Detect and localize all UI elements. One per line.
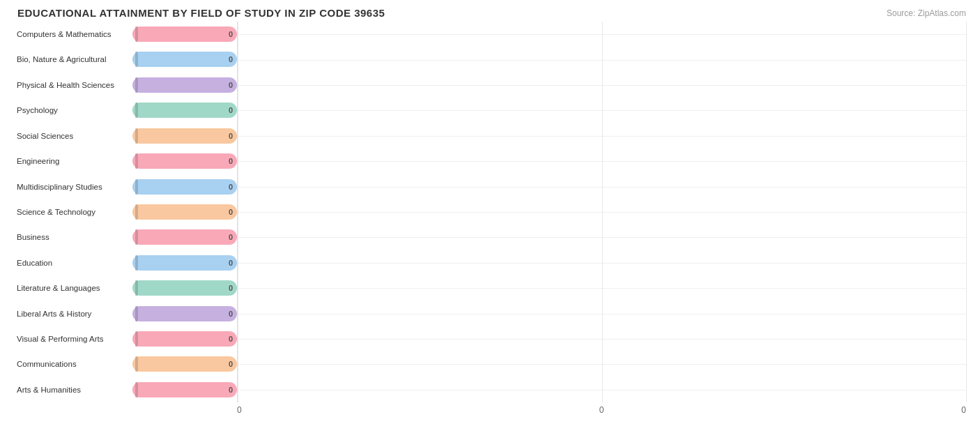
grid-section bbox=[237, 22, 966, 402]
bar-label: Multidisciplinary Studies bbox=[14, 183, 132, 191]
bar-fill bbox=[135, 128, 138, 144]
bar-value: 0 bbox=[229, 157, 233, 165]
bar-row: Engineering0 bbox=[14, 150, 237, 172]
bar-label: Arts & Humanities bbox=[14, 386, 132, 394]
bar-value: 0 bbox=[229, 233, 233, 241]
bar-value: 0 bbox=[229, 183, 233, 191]
bar-value: 0 bbox=[229, 386, 233, 394]
grid-line-left bbox=[238, 22, 238, 402]
bar-row: Computers & Mathematics0 bbox=[14, 23, 237, 45]
bar-fill bbox=[135, 306, 138, 321]
x-label-1: 0 bbox=[599, 405, 604, 415]
bar-value: 0 bbox=[229, 30, 233, 38]
bar-label: Communications bbox=[14, 360, 132, 368]
bar-label: Bio, Nature & Agricultural bbox=[14, 55, 132, 63]
bar-track: 0 bbox=[132, 280, 237, 296]
bar-label: Education bbox=[14, 259, 132, 267]
bar-track: 0 bbox=[132, 331, 237, 347]
source-label: Source: ZipAtlas.com bbox=[887, 8, 966, 18]
bar-label: Engineering bbox=[14, 157, 132, 165]
bar-fill bbox=[135, 280, 138, 296]
x-label-2: 0 bbox=[961, 405, 966, 415]
bar-value: 0 bbox=[229, 55, 233, 63]
bar-label: Physical & Health Sciences bbox=[14, 81, 132, 89]
bar-fill bbox=[135, 356, 138, 372]
bar-track: 0 bbox=[132, 153, 237, 169]
bar-track: 0 bbox=[132, 103, 237, 118]
bar-fill bbox=[135, 204, 138, 220]
bar-label: Psychology bbox=[14, 106, 132, 114]
bar-label: Science & Technology bbox=[14, 208, 132, 216]
bar-label: Business bbox=[14, 233, 132, 241]
bar-label: Liberal Arts & History bbox=[14, 310, 132, 318]
bar-track: 0 bbox=[132, 52, 237, 67]
bar-track: 0 bbox=[132, 255, 237, 271]
bar-row: Liberal Arts & History0 bbox=[14, 303, 237, 325]
bars-section: Computers & Mathematics0Bio, Nature & Ag… bbox=[14, 22, 237, 402]
bar-track: 0 bbox=[132, 356, 237, 372]
bar-row: Psychology0 bbox=[14, 99, 237, 121]
bar-row: Arts & Humanities0 bbox=[14, 379, 237, 401]
chart-title: EDUCATIONAL ATTAINMENT BY FIELD OF STUDY… bbox=[14, 7, 966, 19]
bar-value: 0 bbox=[229, 284, 233, 292]
bar-value: 0 bbox=[229, 259, 233, 267]
chart-area: Computers & Mathematics0Bio, Nature & Ag… bbox=[14, 22, 966, 402]
bar-track: 0 bbox=[132, 306, 237, 321]
bar-fill bbox=[135, 26, 138, 42]
bar-track: 0 bbox=[132, 128, 237, 144]
bar-value: 0 bbox=[229, 360, 233, 368]
bar-track: 0 bbox=[132, 26, 237, 42]
bar-track: 0 bbox=[132, 382, 237, 397]
x-label-0: 0 bbox=[237, 405, 242, 415]
bar-fill bbox=[135, 103, 138, 118]
bar-track: 0 bbox=[132, 179, 237, 195]
bar-value: 0 bbox=[229, 132, 233, 140]
bar-label: Computers & Mathematics bbox=[14, 30, 132, 38]
grid-line-mid bbox=[602, 22, 603, 402]
bar-row: Visual & Performing Arts0 bbox=[14, 328, 237, 350]
bar-label: Visual & Performing Arts bbox=[14, 335, 132, 343]
bar-track: 0 bbox=[132, 204, 237, 220]
bar-fill bbox=[135, 52, 138, 67]
bar-fill bbox=[135, 255, 138, 271]
grid-line-right bbox=[966, 22, 967, 402]
bar-label: Literature & Languages bbox=[14, 284, 132, 292]
bar-row: Social Sciences0 bbox=[14, 125, 237, 147]
bar-value: 0 bbox=[229, 310, 233, 318]
bar-row: Communications0 bbox=[14, 353, 237, 375]
bar-row: Multidisciplinary Studies0 bbox=[14, 176, 237, 198]
bar-value: 0 bbox=[229, 335, 233, 343]
bar-fill bbox=[135, 77, 138, 93]
bar-track: 0 bbox=[132, 229, 237, 245]
bar-row: Bio, Nature & Agricultural0 bbox=[14, 48, 237, 70]
chart-container: EDUCATIONAL ATTAINMENT BY FIELD OF STUDY… bbox=[0, 0, 980, 440]
bar-value: 0 bbox=[229, 106, 233, 114]
bar-fill bbox=[135, 331, 138, 347]
bar-row: Business0 bbox=[14, 226, 237, 248]
bar-label: Social Sciences bbox=[14, 132, 132, 140]
bar-value: 0 bbox=[229, 208, 233, 216]
bar-fill bbox=[135, 153, 138, 169]
bar-fill bbox=[135, 382, 138, 397]
bar-track: 0 bbox=[132, 77, 237, 93]
bar-fill bbox=[135, 179, 138, 195]
bar-row: Education0 bbox=[14, 252, 237, 274]
bar-fill bbox=[135, 229, 138, 245]
bar-value: 0 bbox=[229, 81, 233, 89]
bar-row: Physical & Health Sciences0 bbox=[14, 74, 237, 96]
bar-row: Science & Technology0 bbox=[14, 201, 237, 223]
bar-row: Literature & Languages0 bbox=[14, 277, 237, 299]
x-axis: 0 0 0 bbox=[14, 405, 966, 415]
